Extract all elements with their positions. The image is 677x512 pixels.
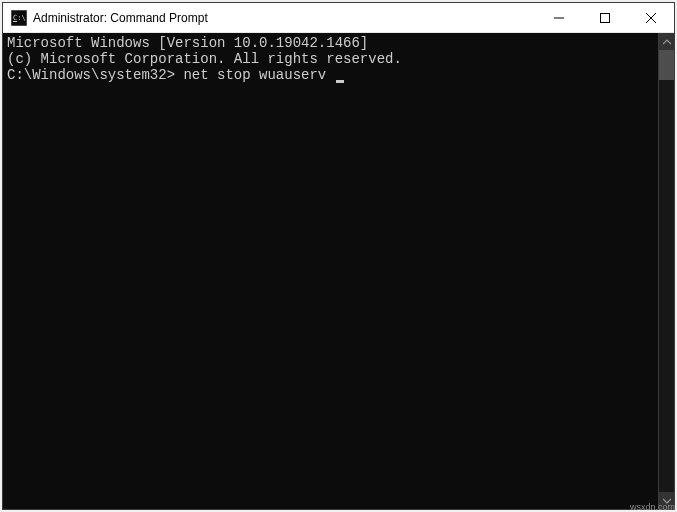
svg-text:C:\: C:\ <box>13 14 26 22</box>
window-title: Administrator: Command Prompt <box>33 11 536 25</box>
output-line: Microsoft Windows [Version 10.0.19042.14… <box>7 35 654 51</box>
svg-rect-2 <box>13 21 17 22</box>
terminal[interactable]: Microsoft Windows [Version 10.0.19042.14… <box>3 33 658 509</box>
prompt-line: C:\Windows\system32> net stop wuauserv <box>7 67 654 83</box>
scroll-up-button[interactable] <box>659 33 674 50</box>
maximize-icon <box>600 13 610 23</box>
cursor <box>336 80 344 83</box>
scroll-track[interactable] <box>659 50 674 492</box>
minimize-button[interactable] <box>536 3 582 32</box>
command-prompt-window: C:\ Administrator: Command Prompt <box>2 2 675 510</box>
cmd-icon: C:\ <box>11 10 27 26</box>
minimize-icon <box>554 13 564 23</box>
close-button[interactable] <box>628 3 674 32</box>
terminal-area: Microsoft Windows [Version 10.0.19042.14… <box>3 33 674 509</box>
close-icon <box>646 13 656 23</box>
watermark: wsxdn.com <box>630 502 675 512</box>
command-text: net stop wuauserv <box>183 67 326 83</box>
chevron-up-icon <box>663 39 671 45</box>
vertical-scrollbar[interactable] <box>658 33 674 509</box>
prompt-text: C:\Windows\system32> <box>7 67 175 83</box>
output-line: (c) Microsoft Corporation. All rights re… <box>7 51 654 67</box>
svg-rect-4 <box>601 13 610 22</box>
titlebar[interactable]: C:\ Administrator: Command Prompt <box>3 3 674 33</box>
scroll-thumb[interactable] <box>659 50 674 80</box>
maximize-button[interactable] <box>582 3 628 32</box>
window-controls <box>536 3 674 32</box>
